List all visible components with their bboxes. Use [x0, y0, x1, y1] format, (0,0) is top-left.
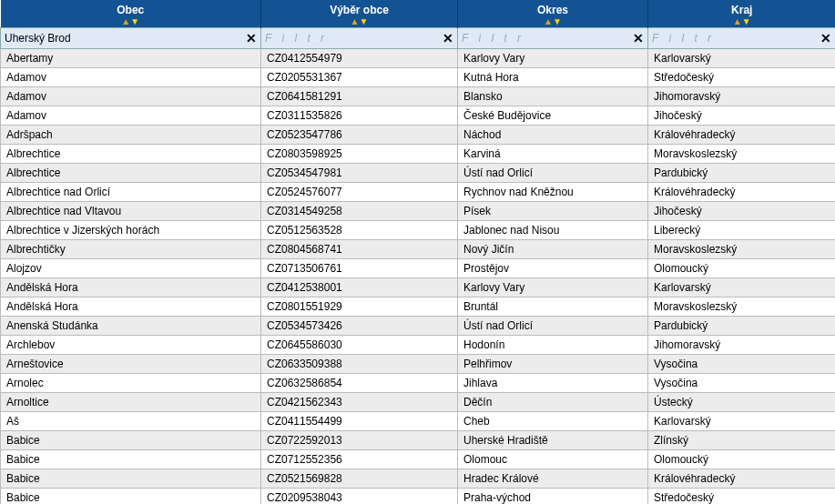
cell-kraj: Karlovarský [648, 411, 836, 430]
table-row[interactable]: Albrechtice v Jizerských horáchCZ0512563… [1, 220, 836, 239]
data-grid: Obec▲▼Výběr obce▲▼Okres▲▼Kraj▲▼ ✕✕✕✕ Abe… [0, 0, 835, 504]
cell-kraj: Liberecký [648, 220, 836, 239]
column-header-label: Okres [537, 4, 568, 16]
table-row[interactable]: Albrechtice nad VltavouCZ0314549258Písek… [1, 201, 836, 220]
table-row[interactable]: BabiceCZ0521569828Hradec KrálovéKrálovéh… [1, 469, 836, 488]
table-row[interactable]: ArnolecCZ0632586854JihlavaVysočina [1, 373, 836, 392]
table-row[interactable]: Anenská StudánkaCZ0534573426Ústí nad Orl… [1, 316, 836, 335]
cell-vyber: CZ0713506761 [261, 258, 458, 277]
cell-kraj: Královéhradecký [648, 469, 836, 488]
cell-vyber: CZ0803598925 [261, 144, 458, 163]
filter-input-kraj[interactable] [648, 28, 835, 48]
cell-kraj: Olomoucký [648, 449, 836, 469]
table-row[interactable]: Albrechtice nad OrlicíCZ0524576077Rychno… [1, 182, 836, 201]
cell-obec: Arnoltice [1, 392, 261, 411]
column-header-okres[interactable]: Okres▲▼ [458, 0, 648, 27]
filter-cell-okres: ✕ [458, 28, 647, 48]
cell-kraj: Moravskoslezský [648, 297, 836, 316]
cell-vyber: CZ0411554499 [261, 411, 458, 430]
cell-vyber: CZ0524576077 [261, 182, 458, 201]
filter-clear-okres[interactable]: ✕ [633, 30, 644, 46]
table-row[interactable]: AbertamyCZ0412554979Karlovy VaryKarlovar… [1, 48, 836, 67]
cell-vyber: CZ0314549258 [261, 201, 458, 220]
table-row[interactable]: BabiceCZ0209538043Praha-východStředočesk… [1, 488, 836, 504]
cell-kraj: Karlovarský [648, 277, 836, 297]
cell-okres: Karlovy Vary [458, 277, 648, 297]
column-header-obec[interactable]: Obec▲▼ [1, 0, 261, 27]
cell-okres: Hradec Králové [458, 469, 648, 488]
cell-vyber: CZ0209538043 [261, 488, 458, 504]
table-row[interactable]: ArnolticeCZ0421562343DěčínÚstecký [1, 392, 836, 411]
filter-clear-obec[interactable]: ✕ [246, 30, 257, 46]
cell-obec: Arneštovice [1, 354, 261, 373]
cell-okres: Jablonec nad Nisou [458, 220, 648, 239]
cell-kraj: Královéhradecký [648, 182, 836, 201]
cell-obec: Arnolec [1, 373, 261, 392]
cell-vyber: CZ0412554979 [261, 48, 458, 67]
cell-vyber: CZ0633509388 [261, 354, 458, 373]
cell-vyber: CZ0521569828 [261, 469, 458, 488]
cell-kraj: Královéhradecký [648, 125, 836, 144]
table-row[interactable]: AlbrechtičkyCZ0804568741Nový JičínMoravs… [1, 239, 836, 258]
cell-obec: Andělská Hora [1, 277, 261, 297]
table-row[interactable]: ArchlebovCZ0645586030HodonínJihomoravský [1, 335, 836, 354]
cell-obec: Alojzov [1, 258, 261, 277]
cell-okres: Karviná [458, 144, 648, 163]
cell-kraj: Moravskoslezský [648, 144, 836, 163]
cell-vyber: CZ0512563528 [261, 220, 458, 239]
table-row[interactable]: AlojzovCZ0713506761ProstějovOlomoucký [1, 258, 836, 277]
column-header-kraj[interactable]: Kraj▲▼ [648, 0, 836, 27]
cell-obec: Anenská Studánka [1, 316, 261, 335]
table-row[interactable]: BabiceCZ0712552356OlomoucOlomoucký [1, 449, 836, 469]
cell-kraj: Jihomoravský [648, 335, 836, 354]
filter-input-okres[interactable] [458, 28, 647, 48]
cell-okres: Ústí nad Orlicí [458, 163, 648, 182]
sort-arrows-icon: ▲▼ [1, 18, 261, 25]
filter-clear-kraj[interactable]: ✕ [820, 30, 831, 46]
filter-input-obec[interactable] [1, 28, 260, 48]
filter-clear-vyber[interactable]: ✕ [443, 30, 453, 46]
column-header-vyber[interactable]: Výběr obce▲▼ [261, 0, 458, 27]
cell-kraj: Středočeský [648, 488, 836, 504]
table-row[interactable]: AdamovCZ0641581291BlanskoJihomoravský [1, 86, 836, 106]
table-row[interactable]: AlbrechticeCZ0534547981Ústí nad OrlicíPa… [1, 163, 836, 182]
cell-obec: Babice [1, 430, 261, 449]
cell-vyber: CZ0534547981 [261, 163, 458, 182]
cell-kraj: Jihočeský [648, 106, 836, 125]
table-row[interactable]: ArneštoviceCZ0633509388PelhřimovVysočina [1, 354, 836, 373]
table-row[interactable]: Andělská HoraCZ0801551929BruntálMoravsko… [1, 297, 836, 316]
cell-vyber: CZ0645586030 [261, 335, 458, 354]
cell-okres: Olomouc [458, 449, 648, 469]
cell-okres: Cheb [458, 411, 648, 430]
table-row[interactable]: AdamovCZ0311535826České BudějoviceJihoče… [1, 106, 836, 125]
cell-vyber: CZ0641581291 [261, 86, 458, 106]
sort-arrows-icon: ▲▼ [648, 18, 835, 25]
cell-obec: Adamov [1, 106, 261, 125]
cell-kraj: Moravskoslezský [648, 239, 836, 258]
cell-vyber: CZ0801551929 [261, 297, 458, 316]
table-row[interactable]: AdršpachCZ0523547786NáchodKrálovéhradeck… [1, 125, 836, 144]
table-row[interactable]: BabiceCZ0722592013Uherské HradištěZlínsk… [1, 430, 836, 449]
cell-kraj: Ústecký [648, 392, 836, 411]
sort-arrows-icon: ▲▼ [458, 18, 647, 25]
cell-obec: Babice [1, 449, 261, 469]
cell-okres: Kutná Hora [458, 67, 648, 86]
cell-kraj: Karlovarský [648, 48, 836, 67]
table-row[interactable]: AdamovCZ0205531367Kutná HoraStředočeský [1, 67, 836, 86]
cell-obec: Abertamy [1, 48, 261, 67]
table-row[interactable]: AlbrechticeCZ0803598925KarvináMoravskosl… [1, 144, 836, 163]
cell-kraj: Pardubický [648, 316, 836, 335]
column-header-label: Kraj [731, 4, 752, 16]
cell-okres: Písek [458, 201, 648, 220]
cell-vyber: CZ0311535826 [261, 106, 458, 125]
cell-obec: Albrechtice [1, 163, 261, 182]
filter-input-vyber[interactable] [261, 28, 457, 48]
cell-obec: Adršpach [1, 125, 261, 144]
cell-kraj: Středočeský [648, 67, 836, 86]
cell-vyber: CZ0421562343 [261, 392, 458, 411]
cell-obec: Archlebov [1, 335, 261, 354]
table-row[interactable]: AšCZ0411554499ChebKarlovarský [1, 411, 836, 430]
cell-obec: Albrechtice v Jizerských horách [1, 220, 261, 239]
table-row[interactable]: Andělská HoraCZ0412538001Karlovy VaryKar… [1, 277, 836, 297]
filter-cell-vyber: ✕ [261, 28, 457, 48]
